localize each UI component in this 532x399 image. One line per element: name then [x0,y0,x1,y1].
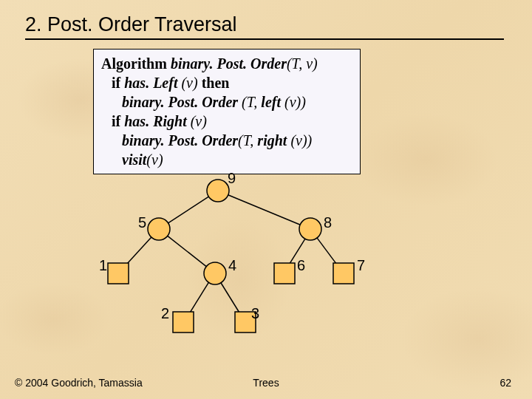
fn-hasleft: has. Left [124,75,181,91]
arg-v4: (v)) [290,132,312,149]
svg-line-5 [317,238,337,265]
fn-call-left: binary. Post. Order [122,94,242,110]
node-label-root: 9 [228,170,236,187]
svg-line-1 [227,194,301,225]
node-label-rr: 7 [357,257,365,274]
title-underline [25,38,504,40]
fn-visit: visit [122,151,146,168]
node-label-ll: 1 [99,257,107,274]
fn-right: right [257,132,290,149]
arg-t: (T, [242,94,261,110]
arg-v: (v) [181,75,201,91]
svg-line-3 [168,236,207,267]
fn-hasright: has. Right [124,113,190,129]
fn-left: left [261,94,284,110]
algo-line-3: binary. Post. Order (T, left (v)) [101,92,352,112]
footer-title: Trees [253,377,279,389]
kw-if: if [112,75,124,91]
algo-line-4: if has. Right (v) [101,112,352,131]
arg-t2: (T, [238,132,257,149]
args-tv: (T, v) [287,55,318,72]
node-label-lrl: 2 [161,305,169,322]
node-label-r: 8 [324,214,332,231]
algo-line-6: visit(v) [101,150,352,169]
kw-then: then [202,75,230,91]
svg-line-6 [190,282,209,313]
kw-algorithm: Algorithm [101,55,171,72]
fn-call-right: binary. Post. Order [122,132,238,149]
arg-v2: (v)) [284,94,306,110]
svg-line-2 [125,236,152,266]
svg-line-0 [168,197,209,223]
node-label-l: 5 [138,214,146,231]
svg-rect-12 [108,263,129,284]
svg-point-8 [207,180,229,202]
slide-title: 2. Post. Order Traversal [25,13,237,36]
svg-rect-15 [173,312,194,332]
algo-line-5: binary. Post. Order(T, right (v)) [101,131,352,150]
fn-binarypostorder: binary. Post. Order [171,55,287,72]
svg-point-11 [204,262,226,284]
svg-rect-13 [274,263,295,284]
footer-page-number: 62 [499,377,511,389]
svg-point-10 [299,218,321,240]
arg-v3: (v) [191,113,207,129]
svg-point-9 [148,218,170,240]
node-label-lrr: 3 [251,305,259,322]
svg-rect-14 [333,263,354,284]
kw-if2: if [112,113,124,129]
node-label-rl: 6 [297,257,305,274]
node-label-lr: 4 [228,257,236,274]
tree-diagram [96,176,384,353]
algorithm-box: Algorithm binary. Post. Order(T, v) if h… [93,49,361,174]
arg-v5: (v) [146,151,163,168]
svg-line-7 [221,283,239,313]
algo-line-1: Algorithm binary. Post. Order(T, v) [101,54,352,73]
algo-line-2: if has. Left (v) then [101,73,352,92]
